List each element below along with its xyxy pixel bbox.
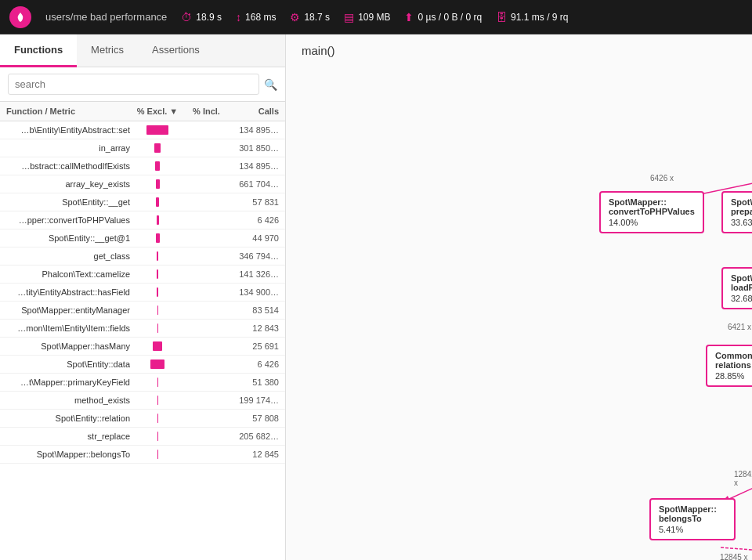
- col-header-fn: Function / Metric: [6, 107, 130, 116]
- bar-cell: [130, 233, 185, 243]
- table-row[interactable]: method_exists 199 174…: [0, 392, 285, 410]
- metric-memory-value: 109 MB: [358, 12, 390, 23]
- excl-bar: [156, 197, 159, 207]
- col-header-calls: Calls: [228, 107, 279, 116]
- bar-cell: [130, 197, 185, 207]
- excl-bar: [157, 269, 158, 279]
- excl-bar: [156, 233, 160, 243]
- calls-val: 12 843: [228, 323, 279, 333]
- bar-cell: [130, 287, 185, 297]
- excl-bar: [157, 432, 158, 441]
- left-panel: Functions Metrics Assertions 🔍 Function …: [0, 34, 286, 560]
- search-button[interactable]: 🔍: [264, 78, 277, 91]
- node-loadrelations[interactable]: Spot\Mapper::loadRelations 32.68%: [721, 267, 752, 309]
- search-bar: 🔍: [0, 67, 285, 102]
- calls-val: 346 794…: [228, 251, 279, 261]
- table-row[interactable]: Spot\Entity::relation 57 808: [0, 410, 285, 428]
- table-row[interactable]: str_replace 205 682…: [0, 428, 285, 446]
- metric-io-value: 0 µs / 0 B / 0 rq: [418, 12, 482, 23]
- metric-memory: ▤ 109 MB: [344, 11, 390, 23]
- bar-cell: [130, 305, 185, 315]
- fn-name: …b\Entity\EntityAbstract::set: [6, 125, 130, 135]
- table-row[interactable]: Spot\Mapper::belongsTo 12 845: [0, 446, 285, 464]
- excl-bar: [157, 414, 158, 423]
- col-header-excl[interactable]: % Excl. ▼: [130, 107, 185, 116]
- calls-val: 134 900…: [228, 287, 279, 297]
- calls-val: 57 831: [228, 197, 279, 207]
- table-row[interactable]: Spot\Entity::__get@1 44 970: [0, 229, 285, 247]
- col-header-incl[interactable]: % Incl.: [185, 107, 228, 116]
- calls-val: 25 691: [228, 341, 279, 351]
- calls-val: 205 682…: [228, 432, 279, 441]
- metric-response: ↕ 168 ms: [236, 11, 276, 23]
- edge-label-6: 12842 x: [734, 470, 752, 487]
- table-row[interactable]: Spot\Entity::data 6 426: [0, 356, 285, 374]
- tab-assertions[interactable]: Assertions: [138, 34, 214, 67]
- bar-cell: [130, 341, 185, 351]
- bar-cell: [130, 323, 185, 333]
- bar-cell: [130, 215, 185, 225]
- table-row[interactable]: …bstract::callMethodIfExists 134 895…: [0, 157, 285, 175]
- node-belongsto[interactable]: Spot\Mapper::belongsTo 5.41%: [649, 498, 736, 540]
- calls-val: 301 850…: [228, 143, 279, 153]
- metric-db-value: 91.1 ms / 9 rq: [511, 12, 568, 23]
- calls-val: 83 514: [228, 305, 279, 315]
- fn-name: Spot\Mapper::belongsTo: [6, 450, 130, 459]
- table-row[interactable]: …tity\EntityAbstract::hasField 134 900…: [0, 284, 285, 302]
- metric-time-value: 18.9 s: [196, 12, 222, 23]
- excl-bar: [156, 179, 160, 189]
- page-title: users/me bad performance: [45, 11, 167, 23]
- timer-icon: ⏱: [181, 11, 192, 23]
- io-icon: ⬆: [404, 11, 414, 23]
- table-row[interactable]: …mon\Item\Entity\Item::fields 12 843: [0, 320, 285, 338]
- metric-db: 🗄 91.1 ms / 9 rq: [496, 11, 568, 23]
- excl-bar: [157, 305, 158, 315]
- node-converttophp[interactable]: Spot\Mapper::convertToPHPValues 14.00%: [599, 191, 704, 233]
- fn-name: Spot\Entity::__get: [6, 197, 130, 207]
- calls-val: 6 426: [228, 359, 279, 369]
- calls-val: 134 895…: [228, 161, 279, 171]
- table-row[interactable]: get_class 346 794…: [0, 247, 285, 266]
- excl-bar: [157, 396, 158, 405]
- bar-cell: [130, 432, 185, 441]
- calls-val: 44 970: [228, 233, 279, 243]
- excl-bar: [150, 359, 164, 369]
- excl-bar: [155, 161, 160, 171]
- table-row[interactable]: …b\Entity\EntityAbstract::set 134 895…: [0, 121, 285, 139]
- table-row[interactable]: Spot\Mapper::entityManager 83 514: [0, 302, 285, 320]
- table-row[interactable]: Phalcon\Text::camelize 141 326…: [0, 266, 285, 284]
- excl-bar: [153, 341, 162, 351]
- db-icon: 🗄: [496, 11, 507, 23]
- tab-metrics[interactable]: Metrics: [77, 34, 138, 67]
- table-row[interactable]: Spot\Entity::__get 57 831: [0, 193, 285, 211]
- search-input[interactable]: [8, 74, 259, 95]
- fn-name: …mon\Item\Entity\Item::fields: [6, 323, 130, 333]
- table-row[interactable]: array_key_exists 661 704…: [0, 175, 285, 193]
- table-row[interactable]: in_array 301 850…: [0, 139, 285, 157]
- calls-val: 6 426: [228, 215, 279, 225]
- bar-cell: [130, 251, 185, 261]
- edge-label-1: 6426 x: [650, 174, 674, 182]
- node-prepareentity[interactable]: Spot\Mapper::prepareEntity 33.63%: [721, 191, 752, 233]
- fn-name: get_class: [6, 251, 130, 261]
- calls-val: 199 174…: [228, 396, 279, 405]
- fn-name: Spot\Entity::relation: [6, 414, 130, 423]
- fn-name: str_replace: [6, 432, 130, 441]
- calls-val: 12 845: [228, 450, 279, 459]
- node-relations[interactable]: Common\Item\Entity\Item::relations 28.85…: [706, 345, 752, 387]
- app-logo: [9, 6, 31, 28]
- bar-cell: [130, 179, 185, 189]
- excl-bar: [157, 251, 158, 261]
- calls-val: 51 380: [228, 378, 279, 387]
- excl-bar: [157, 215, 159, 225]
- fn-name: Spot\Mapper::entityManager: [6, 305, 130, 315]
- bar-cell: [130, 414, 185, 423]
- excl-bar: [157, 287, 158, 297]
- calls-val: 134 895…: [228, 125, 279, 135]
- tab-functions[interactable]: Functions: [0, 34, 77, 67]
- table-row[interactable]: …t\Mapper::primaryKeyField 51 380: [0, 374, 285, 392]
- excl-bar: [157, 378, 158, 387]
- table-row[interactable]: …pper::convertToPHPValues 6 426: [0, 211, 285, 229]
- fn-name: method_exists: [6, 396, 130, 405]
- table-row[interactable]: Spot\Mapper::hasMany 25 691: [0, 338, 285, 356]
